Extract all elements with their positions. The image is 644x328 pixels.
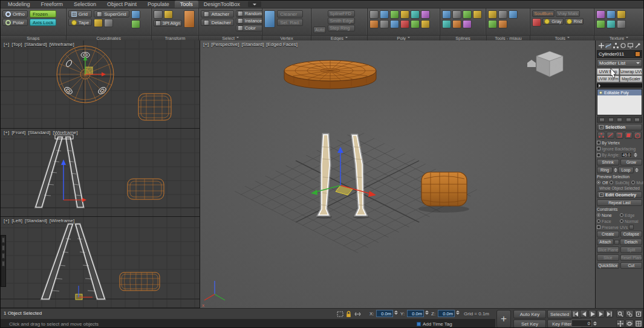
shrink-button[interactable]: Shrink <box>597 159 619 166</box>
poly-tool-icon[interactable] <box>369 10 379 19</box>
viewport-pov-label[interactable]: [Left] <box>11 218 22 223</box>
viewport-front[interactable]: [+] [Front] [Standard] [Wireframe] <box>1 129 200 217</box>
repeat-last-button[interactable]: Repeat Last <box>597 199 642 206</box>
viewport-shading-label[interactable]: [Wireframe] <box>53 130 77 135</box>
selection-lock-icon[interactable] <box>345 310 352 319</box>
tab-modeling[interactable]: Modeling <box>2 1 36 8</box>
tab-designtoolbox[interactable]: DesignToolBox <box>198 1 246 8</box>
pencil-tool-icon[interactable] <box>94 19 103 27</box>
tab-populate[interactable]: Populate <box>142 1 175 8</box>
remove-modifier-icon[interactable] <box>626 118 631 122</box>
random-select-button[interactable]: Random <box>236 10 262 17</box>
tab-object-paint[interactable]: Object Paint <box>102 1 142 8</box>
zoom-icon[interactable] <box>616 310 625 318</box>
go-to-end-button[interactable] <box>605 310 613 318</box>
3pt-align-button[interactable]: 3Pt Align <box>154 20 183 27</box>
loop-spinner[interactable] <box>634 168 639 172</box>
cut-button[interactable]: Cut <box>620 262 643 269</box>
y-spinner[interactable] <box>424 310 429 315</box>
section-label-texture[interactable]: Texture <box>594 36 643 40</box>
miauu-tool-icon[interactable] <box>488 10 497 19</box>
current-frame-field[interactable]: 0 <box>571 320 592 327</box>
miauu-tool-icon[interactable] <box>488 20 497 28</box>
slice-button[interactable]: Slice <box>597 254 619 261</box>
soulburn-button[interactable]: SoulBurn <box>532 10 555 17</box>
viewport-pov-label[interactable]: [Top] <box>11 42 22 47</box>
attach-settings-icon[interactable] <box>614 240 619 245</box>
poly-tool-icon[interactable] <box>400 20 409 28</box>
poly-tool-icon[interactable] <box>369 20 379 28</box>
rollout-edit-geometry-header[interactable]: Edit Geometry <box>597 191 642 198</box>
border-mode-icon[interactable] <box>616 132 623 139</box>
viewport-standard-label[interactable]: [Standard] <box>28 130 50 135</box>
edge-tool-icon[interactable] <box>2 245 5 251</box>
instances-select-button[interactable]: Instances <box>236 18 262 24</box>
by-vertex-checkbox[interactable]: By Vertex <box>597 140 642 145</box>
auto-button[interactable]: Auto <box>313 27 326 33</box>
viewport-canvas-perspective[interactable]: x <box>200 40 595 308</box>
spline-tool-icon[interactable] <box>473 10 482 19</box>
viewport-canvas-front[interactable] <box>1 129 200 216</box>
texture-tool-icon[interactable] <box>617 10 626 19</box>
poly-tool-icon[interactable] <box>390 10 399 19</box>
bread-object[interactable] <box>421 172 467 206</box>
by-angle-value-field[interactable]: 45.0 <box>621 152 633 158</box>
edge-tool-icon[interactable] <box>2 237 5 243</box>
selection-region-icon[interactable] <box>337 311 343 318</box>
ring-spinner[interactable] <box>613 168 617 172</box>
show-end-result-icon[interactable] <box>608 118 614 122</box>
checkbox-icon[interactable] <box>597 153 600 157</box>
collapse-button[interactable]: Collapse <box>620 231 643 237</box>
viewport-standard-label[interactable]: [Standard] <box>25 218 47 223</box>
orbit-icon[interactable] <box>625 320 634 327</box>
transform-large-icon[interactable] <box>184 10 195 28</box>
section-label-tools[interactable]: Tools <box>530 36 594 40</box>
spline-tool-icon[interactable] <box>442 20 451 28</box>
attach-button[interactable]: Attach <box>597 239 614 245</box>
viewport-canvas-top[interactable] <box>1 40 200 128</box>
x-coordinate-field[interactable]: 0.0m <box>376 310 393 317</box>
create-panel-icon[interactable] <box>597 42 605 49</box>
next-frame-button[interactable] <box>597 310 605 318</box>
tab-selection[interactable]: Selection <box>68 1 102 8</box>
viewport-menu-plus[interactable]: [+] <box>4 218 9 223</box>
plus-button[interactable] <box>496 310 511 328</box>
viewport-pov-label[interactable]: [Front] <box>11 130 25 135</box>
hierarchy-panel-icon[interactable] <box>612 42 619 49</box>
modifier-list-dropdown[interactable]: Modifier List <box>597 59 642 67</box>
frame-spinner[interactable] <box>593 321 597 326</box>
radio-face[interactable] <box>597 219 600 223</box>
cleaner-button[interactable]: Cleaner <box>277 10 303 18</box>
edge-mode-icon[interactable] <box>607 132 614 139</box>
viewport-perspective[interactable]: x [+] [Perspective] [Standard] [Edged Fa… <box>200 40 596 308</box>
unwrap-uvw-button[interactable]: Unwrap UVW <box>620 68 642 75</box>
gray-button[interactable]: Gray <box>542 18 563 25</box>
viewport-standard-label[interactable]: [Standard] <box>241 42 264 47</box>
spline-tool-icon[interactable] <box>442 10 451 19</box>
zoom-extents-icon[interactable] <box>634 310 643 318</box>
section-label-select[interactable]: Select <box>199 36 262 40</box>
previous-frame-button[interactable] <box>580 310 588 318</box>
object-name-field[interactable]: Cylinder011 <box>597 50 642 58</box>
go-to-start-button[interactable] <box>571 310 579 318</box>
viewport-menu-plus[interactable]: [+] <box>4 130 9 135</box>
texture-tool-icon[interactable] <box>617 20 626 28</box>
step-ring-button[interactable]: Step Ring <box>328 25 355 31</box>
preserve-uvs-checkbox[interactable]: Preserve UVs <box>597 225 642 230</box>
reset-plane-button[interactable]: Reset Plane <box>620 254 643 261</box>
mapscaler-button[interactable]: MapScaler <box>620 76 642 82</box>
ortho-button[interactable]: Ortho <box>2 10 28 18</box>
spinner[interactable] <box>633 153 637 157</box>
checkbox-icon[interactable] <box>597 147 600 150</box>
miauu-tool-icon[interactable] <box>498 10 507 19</box>
slice-plane-button[interactable]: Slice Plane <box>597 246 619 253</box>
texture-tool-icon[interactable] <box>607 20 616 28</box>
sel-rad-button[interactable]: Sel. Rad. <box>277 19 303 26</box>
auto-key-button[interactable]: Auto Key <box>513 310 546 318</box>
viewport-canvas-left[interactable] <box>1 217 200 307</box>
coordinates-tool-icon[interactable] <box>131 20 140 28</box>
coordinates-tool-icon[interactable] <box>131 10 140 19</box>
edge-tool-icon[interactable] <box>2 261 5 266</box>
polar-button[interactable]: Polar <box>2 19 28 26</box>
attacher-button[interactable]: Attacher <box>201 10 233 18</box>
